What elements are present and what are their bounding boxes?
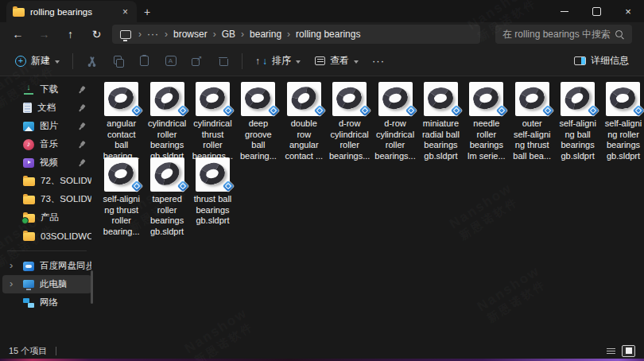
sidebar-item[interactable]: 产品	[2, 208, 91, 227]
delete-button[interactable]	[210, 50, 236, 72]
sort-arrows-icon: ↑	[255, 56, 260, 67]
sldprt-thumbnail	[104, 82, 138, 116]
sidebar-item[interactable]: 下载	[2, 80, 91, 99]
sidebar-item[interactable]: 73、SOLIDWO	[2, 190, 91, 208]
status-bar: 15 个项目	[0, 343, 644, 359]
pin-icon	[76, 120, 87, 131]
sidebar-item-label: 73、SOLIDWO	[41, 193, 91, 205]
details-pane-button[interactable]: 详细信息	[567, 50, 636, 72]
chevron-down-icon	[296, 60, 301, 64]
sort-button[interactable]: ↑↓ 排序	[248, 50, 308, 72]
forward-button[interactable]: →	[31, 28, 57, 41]
sidebar-item[interactable]: 音乐	[2, 135, 91, 153]
sidebar-item[interactable]: 此电脑	[2, 275, 91, 293]
solidworks-badge-icon	[268, 105, 279, 116]
new-button[interactable]: 新建	[8, 50, 67, 72]
solidworks-badge-icon	[131, 180, 142, 192]
sidebar-item-label: 产品	[41, 212, 91, 223]
search-box[interactable]: 在 rolling bearings 中搜索	[495, 25, 632, 44]
sidebar-item[interactable]: 网络	[2, 293, 91, 312]
file-name: needlerollerbearingslm serie...	[463, 118, 510, 161]
copy-button[interactable]	[105, 50, 131, 72]
command-bar: 新建 ↑↓ 排序 查看 ··· 详细信息	[0, 46, 644, 76]
sidebar-item-icon	[23, 196, 35, 204]
search-icon[interactable]	[615, 29, 625, 40]
close-button[interactable]: ×	[612, 0, 644, 22]
details-label: 详细信息	[591, 54, 629, 68]
sidebar-item-icon	[23, 177, 35, 186]
back-button[interactable]: ←	[5, 28, 31, 41]
sidebar-item-icon	[23, 122, 34, 131]
sidebar-item-label: 百度网盘同步空	[40, 260, 91, 272]
file-item[interactable]: self-aligning thrustrollerbearing...	[99, 157, 144, 233]
share-button[interactable]	[184, 50, 210, 72]
breadcrumb-overflow-button[interactable]: ···	[147, 29, 159, 40]
sldprt-thumbnail	[469, 82, 503, 116]
details-pane-icon	[574, 56, 586, 65]
file-item[interactable]: doublerowangularcontact ...	[281, 82, 327, 157]
expander-chevron-icon[interactable]	[10, 259, 13, 271]
sidebar-item[interactable]: 百度网盘同步空	[2, 257, 91, 275]
sidebar-divider	[7, 250, 87, 251]
breadcrumb-chevron-icon	[165, 29, 168, 40]
file-item[interactable]: d-rowcylindricalrollerbearings...	[327, 82, 372, 157]
sidebar-item[interactable]: 03SOLIDWORK	[2, 227, 91, 245]
breadcrumb-item[interactable]: rolling bearings	[296, 29, 360, 40]
breadcrumb[interactable]: ··· browserGBbearingrolling bearings	[112, 25, 480, 44]
file-item[interactable]: miniatureradial ballbearingsgb.sldprt	[418, 82, 464, 157]
up-button[interactable]: ↑	[57, 28, 83, 41]
view-label: 查看	[330, 54, 349, 68]
file-item[interactable]: taperedrollerbearingsgb.sldprt	[144, 157, 189, 233]
file-item[interactable]: cylindricalthrustrollerbearings...	[190, 82, 235, 157]
file-item[interactable]: d-rowcylindricalrollerbearings...	[372, 82, 417, 157]
bearing-preview	[197, 84, 227, 112]
refresh-button[interactable]: ↻	[83, 28, 110, 41]
new-plus-icon	[15, 56, 26, 67]
view-button[interactable]: 查看	[308, 50, 366, 72]
this-pc-icon[interactable]	[120, 30, 131, 39]
solidworks-badge-icon	[405, 105, 416, 116]
explorer-tab[interactable]: rolling bearings ×	[6, 1, 137, 22]
file-item[interactable]: self-aligning rollerbearingsgb.sldprt	[600, 82, 644, 157]
file-item[interactable]: cylindricalrollerbearingsgb.sldprt	[144, 82, 189, 157]
breadcrumb-item[interactable]: bearing	[250, 29, 281, 40]
tab-close-icon[interactable]: ×	[120, 6, 130, 17]
solidworks-badge-icon	[223, 105, 234, 116]
file-item[interactable]: outerself-aligning thrustball bea...	[510, 82, 555, 157]
trash-icon	[219, 56, 227, 66]
toolbar-divider	[72, 53, 73, 69]
file-item[interactable]: angularcontactballbearing...	[99, 82, 144, 157]
file-name: angularcontactballbearing...	[98, 118, 145, 161]
file-item[interactable]: thrust ballbearingsgb.sldprt	[190, 157, 235, 233]
file-item[interactable]: needlerollerbearingslm serie...	[464, 82, 509, 157]
new-tab-button[interactable]: +	[137, 1, 157, 22]
sidebar-item[interactable]: 文档	[2, 99, 91, 117]
details-view-button[interactable]	[604, 345, 618, 357]
breadcrumb-chevron-icon	[138, 29, 142, 40]
cut-button[interactable]	[79, 50, 105, 72]
sidebar-item[interactable]: 视频	[2, 153, 91, 172]
large-icons-view-button[interactable]	[622, 345, 635, 357]
chevron-down-icon	[55, 60, 60, 64]
sidebar-scrollbar[interactable]	[91, 270, 93, 304]
view-icon	[315, 56, 325, 65]
maximize-button[interactable]	[580, 0, 612, 22]
share-icon	[192, 56, 203, 66]
file-name: cylindricalthrustrollerbearings...	[188, 118, 236, 161]
solidworks-badge-icon	[542, 105, 553, 116]
sidebar-item[interactable]: 图片	[2, 117, 91, 135]
breadcrumb-item[interactable]: browser	[173, 29, 208, 40]
status-divider	[56, 347, 56, 355]
minimize-button[interactable]	[549, 0, 580, 22]
sldprt-thumbnail	[561, 82, 595, 116]
file-item[interactable]: self-aligning ballbearingsgb.sldprt	[555, 82, 600, 157]
more-options-button[interactable]: ···	[366, 55, 391, 67]
rename-button[interactable]	[157, 50, 184, 72]
clipboard-icon	[140, 56, 149, 66]
sldprt-thumbnail	[606, 82, 640, 116]
paste-button[interactable]	[131, 50, 157, 72]
expander-chevron-icon[interactable]	[10, 278, 13, 289]
breadcrumb-item[interactable]: GB	[222, 29, 235, 40]
sidebar-item[interactable]: 72、SOLIDWO	[2, 172, 91, 190]
file-item[interactable]: deepgrooveballbearing...	[235, 82, 281, 157]
